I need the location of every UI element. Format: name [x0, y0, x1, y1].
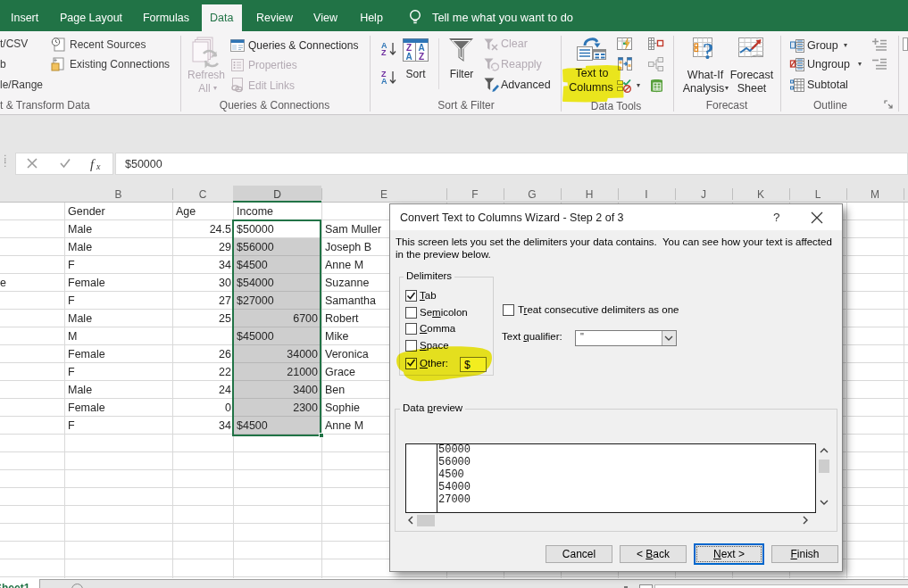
svg-text:A: A: [405, 52, 412, 62]
svg-text:?: ?: [703, 39, 714, 63]
svg-text:x: x: [96, 161, 101, 171]
svg-text:f: f: [90, 157, 96, 171]
svg-text:Z: Z: [419, 52, 424, 62]
